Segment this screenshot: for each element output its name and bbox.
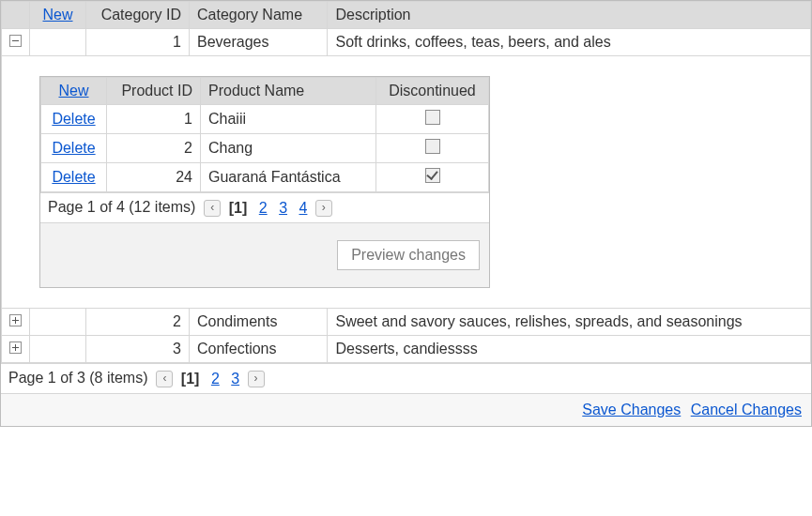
delete-product-link[interactable]: Delete <box>52 169 95 185</box>
table-row: Delete 2 Chang <box>41 134 489 163</box>
category-name-cell: Confections <box>190 335 328 362</box>
product-id-cell: 1 <box>107 105 201 134</box>
detail-pager: Page 1 of 4 (12 items) ‹ [1] 2 3 4 › <box>40 192 489 222</box>
cancel-changes-link[interactable]: Cancel Changes <box>691 402 802 417</box>
new-product-header: New <box>41 78 107 105</box>
categories-table: New Category ID Category Name Descriptio… <box>1 1 811 363</box>
product-name-cell: Chang <box>201 134 376 163</box>
pager-next-button[interactable]: › <box>248 371 265 387</box>
pager-current-page: [1] <box>229 200 248 216</box>
expand-header <box>2 2 30 29</box>
category-id-cell: 1 <box>86 29 190 56</box>
table-row: 2 Condiments Sweet and savory sauces, re… <box>2 308 811 335</box>
table-row: 3 Confections Desserts, candiessss <box>2 335 811 362</box>
pager-next-button[interactable]: › <box>315 200 332 217</box>
product-id-cell: 24 <box>107 163 201 192</box>
discontinued-checkbox[interactable] <box>425 110 440 125</box>
products-table: New Product ID Product Name Discontinued <box>40 77 489 192</box>
delete-product-link[interactable]: Delete <box>52 111 95 127</box>
master-pager: Page 1 of 3 (8 items) ‹ [1] 2 3 › <box>1 363 811 393</box>
delete-product-link[interactable]: Delete <box>52 140 95 156</box>
description-cell: Sweet and savory sauces, relishes, sprea… <box>328 308 811 335</box>
table-row: Delete 24 Guaraná Fantástica <box>41 163 489 192</box>
collapse-icon[interactable] <box>9 35 22 47</box>
pager-page-link[interactable]: 2 <box>211 371 220 387</box>
product-name-header[interactable]: Product Name <box>201 78 376 105</box>
pager-page-link[interactable]: 3 <box>279 200 287 216</box>
product-name-cell: Chaiii <box>201 105 376 134</box>
pager-prev-button[interactable]: ‹ <box>204 200 221 217</box>
pager-page-link[interactable]: 2 <box>259 200 268 216</box>
description-header[interactable]: Description <box>328 2 811 29</box>
product-id-cell: 2 <box>107 134 201 163</box>
description-cell: Soft drinks, coffees, teas, beers, and a… <box>328 29 811 56</box>
pager-page-link[interactable]: 3 <box>231 371 239 387</box>
table-row: 1 Beverages Soft drinks, coffees, teas, … <box>2 29 811 56</box>
new-category-link[interactable]: New <box>42 7 72 23</box>
table-row: Delete 1 Chaiii <box>41 105 489 134</box>
category-id-cell: 2 <box>86 308 190 335</box>
category-id-cell: 3 <box>86 335 190 362</box>
discontinued-header[interactable]: Discontinued <box>376 78 489 105</box>
pager-page-link[interactable]: 4 <box>299 200 308 216</box>
pager-summary: Page 1 of 3 (8 items) <box>8 370 148 386</box>
products-grid: New Product ID Product Name Discontinued <box>39 76 490 288</box>
category-name-cell: Beverages <box>190 29 328 56</box>
save-changes-link[interactable]: Save Changes <box>582 402 681 417</box>
pager-prev-button[interactable]: ‹ <box>156 371 173 387</box>
batch-edit-command-bar: Save Changes Cancel Changes <box>1 393 811 426</box>
master-grid: New Category ID Category Name Descriptio… <box>0 0 812 427</box>
category-id-header[interactable]: Category ID <box>86 2 190 29</box>
category-name-cell: Condiments <box>190 308 328 335</box>
description-cell: Desserts, candiessss <box>328 335 811 362</box>
expand-icon[interactable] <box>9 314 22 326</box>
discontinued-checkbox[interactable] <box>425 139 440 154</box>
discontinued-checkbox[interactable] <box>425 168 440 183</box>
new-product-link[interactable]: New <box>58 83 88 99</box>
expand-icon[interactable] <box>9 341 22 354</box>
preview-changes-button[interactable]: Preview changes <box>337 240 480 270</box>
pager-summary: Page 1 of 4 (12 items) <box>48 199 195 215</box>
detail-footer: Preview changes <box>40 222 489 287</box>
product-id-header[interactable]: Product ID <box>107 78 201 105</box>
detail-row: New Product ID Product Name Discontinued <box>2 56 811 309</box>
pager-current-page: [1] <box>181 371 200 387</box>
new-column-header: New <box>30 2 86 29</box>
product-name-cell: Guaraná Fantástica <box>201 163 376 192</box>
category-name-header[interactable]: Category Name <box>190 2 328 29</box>
